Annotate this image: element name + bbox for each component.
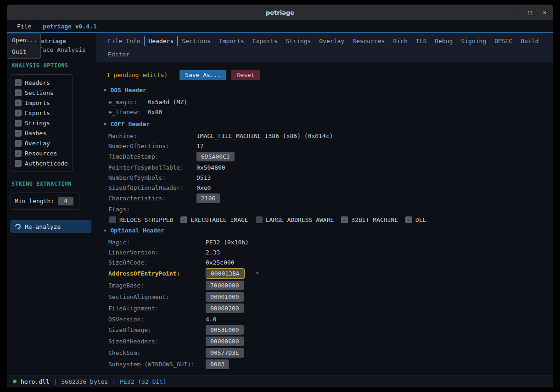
option-label: Authenticode [25, 160, 68, 167]
collapse-arrow-icon: ▼ [104, 88, 106, 93]
checkbox-icon: ✓ [15, 160, 22, 167]
sidebar-option-resources[interactable]: ✓Resources [15, 148, 69, 158]
menu-item-quit[interactable]: Quit [7, 46, 40, 57]
status-filesize: 5682336 bytes [61, 378, 108, 385]
field-row-sizeofheaders: SizeOfHeaders:00000600 [108, 336, 553, 347]
flag-dll[interactable]: ✓DLL [405, 216, 426, 223]
tab-resources[interactable]: Resources [348, 36, 389, 46]
field-value: 2.33 [206, 249, 220, 256]
field-row-sectionalignment: SectionAlignment:00001000 [108, 291, 553, 303]
field-input[interactable]: 00000200 [206, 304, 244, 313]
section-coff-header: ▼COFF HeaderMachine:IMAGE_FILE_MACHINE_I… [102, 121, 553, 223]
tab-file-info[interactable]: File Info [104, 36, 144, 46]
section-optional-header: ▼Optional HeaderMagic:PE32 (0x10b)Linker… [102, 227, 553, 370]
sidebar-option-hashes[interactable]: ✓Hashes [15, 128, 69, 138]
status-dot-icon [13, 380, 17, 383]
checkbox-icon [256, 216, 263, 223]
reset-button[interactable]: Reset [231, 70, 260, 80]
sidebar-option-imports[interactable]: ✓Imports [15, 98, 69, 108]
checkbox-icon: ✓ [15, 99, 22, 106]
field-input[interactable]: 0053E000 [206, 325, 244, 335]
tab-debug[interactable]: Debug [431, 36, 457, 46]
flag-large-address-aware[interactable]: LARGE_ADDRESS_AWARE [256, 216, 334, 223]
field-row-imagebase: ImageBase:70000000 [108, 280, 553, 291]
analysis-options-list: ✓Headers✓Sections✓Imports✓Exports✓String… [11, 74, 73, 171]
field-label: SizeOfCode: [108, 259, 206, 266]
tab-imports[interactable]: Imports [215, 36, 248, 46]
field-label: Machine: [108, 133, 196, 139]
section-header[interactable]: ▼DOS Header [104, 87, 553, 94]
reanalyze-button[interactable]: Re-analyze [11, 221, 91, 232]
minimize-button[interactable]: – [513, 9, 517, 16]
field-input[interactable]: 00001000 [206, 292, 244, 302]
field-label: SizeOfHeaders: [108, 338, 206, 345]
close-button[interactable]: × [543, 9, 547, 16]
field-row-subsystem-windows-gui: Subsystem (WINDOWS_GUI):0003 [108, 359, 553, 370]
checkbox-icon: ✓ [341, 216, 348, 223]
tab-overlay[interactable]: Overlay [315, 36, 348, 46]
field-label: PointerToSymbolTable: [108, 164, 196, 171]
field-input[interactable]: 70000000 [206, 281, 244, 290]
sidebar-option-headers[interactable]: ✓Headers [15, 77, 69, 88]
tab-bar: File InfoHeadersSectionsImportsExportsSt… [96, 33, 553, 62]
min-length-input[interactable]: 4 [58, 197, 73, 205]
field-value: 4.0 [206, 316, 216, 323]
save-as-button[interactable]: Save As... [179, 70, 226, 80]
maximize-button[interactable]: □ [528, 9, 532, 16]
tab-build[interactable]: Build [516, 36, 543, 46]
field-input[interactable]: 2106 [196, 193, 220, 203]
tab-tls[interactable]: TLS [412, 36, 431, 46]
edited-marker: * [256, 270, 259, 277]
tab-rich[interactable]: Rich [389, 36, 412, 46]
tab-strings[interactable]: Strings [281, 36, 315, 46]
checkbox-icon: ✓ [180, 216, 187, 223]
tab-sections[interactable]: Sections [178, 36, 215, 46]
sidebar-option-authenticode[interactable]: ✓Authenticode [15, 158, 69, 168]
flag-relocs-stripped[interactable]: RELOCS_STRIPPED [109, 216, 173, 223]
field-row-timedatestamp: TimeDateStamp:695A00C3 [108, 151, 553, 162]
field-label: TimeDateStamp: [108, 153, 196, 160]
flag-32bit-machine[interactable]: ✓32BIT_MACHINE [341, 216, 398, 223]
file-menu-button[interactable]: File [11, 23, 37, 30]
field-label: SectionAlignment: [108, 293, 206, 300]
sidebar-option-exports[interactable]: ✓Exports [15, 108, 69, 118]
section-header[interactable]: ▼COFF Header [104, 121, 553, 127]
field-row-flags: Flags: [108, 204, 553, 214]
field-label: AddressOfEntryPoint: [108, 270, 206, 277]
field-row-checksum: CheckSum:00577D3E [108, 347, 553, 359]
flag-label: 32BIT_MACHINE [351, 216, 398, 223]
tab-exports[interactable]: Exports [248, 36, 282, 46]
field-row-numberofsections: NumberOfSections:17 [108, 141, 553, 151]
field-value: IMAGE_FILE_MACHINE_I386 (x86) (0x014c) [196, 133, 333, 139]
field-label: CheckSum: [108, 349, 206, 356]
field-input[interactable]: 00000600 [206, 337, 244, 346]
field-input[interactable]: 000013BA [206, 268, 245, 279]
sidebar-option-overlay[interactable]: ✓Overlay [15, 138, 69, 148]
flag-executable-image[interactable]: ✓EXECUTABLE_IMAGE [180, 216, 248, 223]
menu-item-open[interactable]: Open... [7, 34, 40, 46]
field-input[interactable]: 0003 [206, 359, 229, 369]
tab-headers[interactable]: Headers [144, 36, 178, 46]
flag-label: LARGE_ADDRESS_AWARE [266, 216, 334, 223]
option-label: Hashes [25, 130, 46, 137]
field-input[interactable]: 00577D3E [206, 348, 244, 358]
pending-edits-text: 1 pending edit(s) [106, 72, 168, 78]
section-header[interactable]: ▼Optional Header [104, 227, 553, 234]
field-label: e_lfanew: [108, 109, 148, 116]
sidebar-option-strings[interactable]: ✓Strings [15, 118, 69, 128]
field-row-characteristics: Characteristics:2106 [108, 193, 553, 204]
field-value: 0x25c000 [206, 259, 235, 266]
section-title: DOS Header [110, 87, 146, 94]
tab-editor[interactable]: Editor [104, 49, 134, 60]
field-label: e_magic: [108, 99, 148, 105]
status-separator: | [112, 378, 116, 385]
app-window: petriage – □ × File petriage v0.4.1 Open… [7, 5, 553, 387]
field-input[interactable]: 695A00C3 [196, 152, 235, 161]
tab-signing[interactable]: Signing [457, 36, 490, 46]
field-row-sizeofoptionalheader: SizeOfOptionalHeader:0xe0 [108, 182, 553, 193]
window-controls: – □ × [513, 5, 547, 20]
sidebar-option-sections[interactable]: ✓Sections [15, 88, 69, 98]
tab-opsec[interactable]: OPSEC [490, 36, 516, 46]
checkbox-icon: ✓ [15, 130, 22, 137]
refresh-icon [14, 223, 22, 231]
